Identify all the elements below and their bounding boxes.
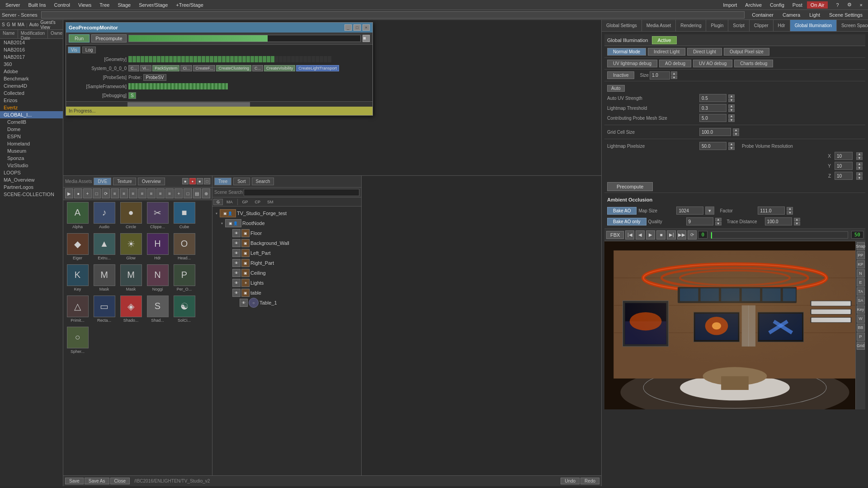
- media-btn-2[interactable]: ●: [74, 188, 82, 198]
- sa-btn[interactable]: SA: [857, 296, 865, 305]
- modal-minimize[interactable]: _: [344, 24, 352, 31]
- map-size-dropdown[interactable]: ▾: [705, 206, 714, 215]
- tab-light[interactable]: Light: [806, 11, 824, 19]
- file-item-cinema4d[interactable]: Cinema4D: [0, 82, 63, 89]
- menu-server[interactable]: Server: [2, 1, 24, 9]
- file-item-ma-overview[interactable]: MA_Overview: [0, 176, 63, 183]
- file-item-collected[interactable]: Collected: [0, 89, 63, 97]
- menu-server-stage[interactable]: Server/Stage: [135, 1, 171, 9]
- close-button[interactable]: Close: [110, 478, 130, 484]
- tab-texture[interactable]: Texture: [113, 178, 136, 185]
- tree-item-table-1[interactable]: ▸ 👁 ○ Table_1: [212, 298, 361, 308]
- tree-item-ceiling[interactable]: ▸ 👁 ▣ Ceiling: [212, 268, 361, 278]
- toolbar-guests-view[interactable]: Guest's View: [40, 20, 61, 30]
- gi-grid-down[interactable]: ▼: [733, 132, 739, 136]
- toolbar-ma[interactable]: MA: [18, 22, 24, 27]
- transport-loop[interactable]: ⟳: [688, 230, 697, 239]
- toolbar-g[interactable]: G: [7, 22, 10, 27]
- action-on-air[interactable]: On Air: [807, 1, 828, 9]
- gi-debug-ao[interactable]: AO debug: [659, 60, 691, 67]
- action-import[interactable]: Import: [719, 1, 741, 9]
- media-btn-1[interactable]: ▶: [65, 188, 73, 198]
- ta-btn[interactable]: TA: [857, 287, 865, 296]
- modal-stop-button[interactable]: ■: [363, 35, 370, 42]
- media-item-glow[interactable]: ☀ Glow: [118, 233, 143, 263]
- media-item-recta[interactable]: ▭ Recta...: [92, 296, 117, 325]
- gi-precompute-button[interactable]: Precompute: [607, 182, 653, 191]
- trace-dist-value[interactable]: 100.0: [765, 217, 792, 225]
- media-item-mask1[interactable]: M Mask: [92, 264, 117, 294]
- modal-maximize[interactable]: □: [354, 24, 361, 31]
- filter-g[interactable]: G: [213, 199, 223, 205]
- probe-y-down[interactable]: ▼: [856, 166, 863, 170]
- gi-size-down[interactable]: ▼: [671, 75, 677, 79]
- probe-x-up[interactable]: ▲: [856, 152, 863, 156]
- gi-lightmap-up[interactable]: ▲: [728, 142, 735, 146]
- probe-y-value[interactable]: 10: [835, 162, 853, 170]
- trace-dist-up[interactable]: ▲: [794, 218, 800, 221]
- help-icon[interactable]: ?: [832, 1, 842, 9]
- toolbar-s[interactable]: S: [2, 22, 5, 27]
- tab-overview[interactable]: Overview: [138, 178, 165, 185]
- undo-button[interactable]: Undo: [561, 478, 580, 484]
- probe-z-up[interactable]: ▲: [856, 172, 863, 176]
- file-item-nab2014[interactable]: NAB2014: [0, 39, 63, 46]
- action-post[interactable]: Post: [789, 1, 806, 9]
- right-tab-media-asset[interactable]: Media Asset: [642, 20, 676, 31]
- gi-grid-up[interactable]: ▲: [733, 128, 739, 132]
- scene-search-input[interactable]: [244, 189, 359, 196]
- file-item-global[interactable]: GLOBAL_I...: [0, 111, 63, 118]
- file-item-360[interactable]: 360: [0, 61, 63, 68]
- media-btn-5[interactable]: ⟳: [102, 188, 110, 198]
- factor-up[interactable]: ▲: [787, 207, 793, 211]
- gi-mode-direct[interactable]: Direct Light: [687, 48, 722, 56]
- filter-ma[interactable]: MA: [223, 199, 236, 205]
- filter-sm[interactable]: SM: [264, 199, 277, 205]
- kp-btn[interactable]: KP: [857, 260, 865, 268]
- filter-cp[interactable]: CP: [252, 199, 264, 205]
- media-btn-13[interactable]: +: [175, 188, 183, 198]
- menu-views[interactable]: Views: [75, 1, 95, 9]
- gi-size-up[interactable]: ▲: [671, 71, 677, 75]
- n-btn[interactable]: N: [857, 269, 865, 277]
- gi-lightmap-value[interactable]: 50.0: [699, 142, 726, 150]
- media-item-extrude[interactable]: ▲ Extru...: [92, 233, 117, 263]
- right-tab-gi[interactable]: Global Illumination: [790, 20, 837, 31]
- file-item-museum[interactable]: Museum: [0, 147, 63, 155]
- w-btn[interactable]: W: [857, 314, 865, 323]
- tab-container[interactable]: Container: [748, 11, 777, 19]
- gi-lightmap-down[interactable]: ▼: [728, 146, 735, 150]
- settings-icon[interactable]: ⚙: [844, 1, 855, 9]
- media-btn-8[interactable]: ≡: [129, 188, 137, 198]
- media-item-sphere[interactable]: ○ Spher...: [65, 327, 90, 356]
- gi-inactive-button[interactable]: Inactive: [607, 71, 634, 79]
- media-btn-10[interactable]: ≡: [147, 188, 156, 198]
- bb-btn[interactable]: BB: [857, 324, 865, 332]
- gi-probe-mesh-up[interactable]: ▲: [728, 114, 735, 118]
- media-btn-15[interactable]: ▤: [193, 188, 201, 198]
- file-item-vizstudio[interactable]: VizStudio: [0, 162, 63, 169]
- tree-item-table[interactable]: ▸ 👁 ▣ table: [212, 288, 361, 298]
- gi-probe-mesh-value[interactable]: 5.0: [699, 114, 726, 122]
- tree-item-left-part[interactable]: ▸ 👁 ▣ Left_Part: [212, 248, 361, 258]
- probe-x-value[interactable]: 10: [835, 152, 853, 160]
- gi-mode-indirect[interactable]: Indirect Light: [648, 48, 685, 56]
- menu-builtins[interactable]: Built Ins: [24, 1, 49, 9]
- gi-uv-up[interactable]: ▲: [728, 94, 735, 98]
- media-item-mask2[interactable]: M Mask: [118, 264, 143, 294]
- gi-auto-button[interactable]: Auto: [607, 85, 625, 92]
- gi-threshold-down[interactable]: ▼: [728, 108, 735, 112]
- modal-titlebar[interactable]: GeoPrecompMonitor _ □ ×: [66, 23, 373, 33]
- save-button[interactable]: Save: [65, 478, 84, 484]
- media-item-clipping[interactable]: ✂ Clippe...: [145, 202, 170, 231]
- toolbar-auto[interactable]: Auto: [29, 22, 39, 27]
- media-icon-1[interactable]: ■: [182, 178, 189, 184]
- gi-debug-uvao[interactable]: UV AO debug: [693, 60, 732, 67]
- media-icon-4[interactable]: □: [204, 178, 210, 184]
- menu-tree-stage[interactable]: +Tree/Stage: [172, 1, 207, 9]
- grid-btn[interactable]: Grid: [857, 342, 865, 350]
- file-item-dome[interactable]: Dome: [0, 126, 63, 133]
- quality-up[interactable]: ▲: [715, 218, 722, 221]
- media-item-circle[interactable]: ● Circle: [118, 202, 143, 231]
- gi-size-value[interactable]: 1.0: [650, 71, 670, 80]
